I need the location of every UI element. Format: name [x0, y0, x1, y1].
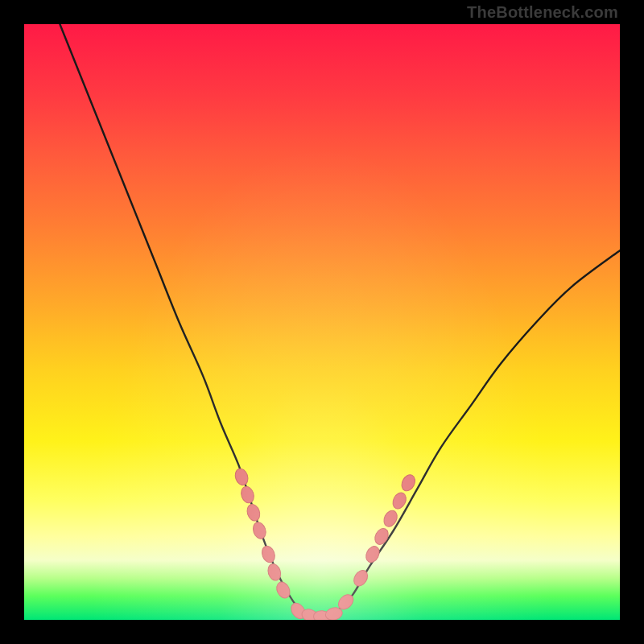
curve-marker — [245, 502, 262, 522]
curve-marker — [363, 544, 382, 564]
curve-marker — [288, 601, 308, 620]
curve-marker — [351, 568, 370, 588]
curve-marker — [390, 490, 409, 510]
curve-marker — [399, 473, 418, 493]
curve-marker — [336, 592, 356, 612]
curve-marker — [251, 521, 268, 541]
curve-marker — [233, 467, 250, 487]
curve-marker — [313, 610, 331, 620]
chart-frame: TheBottleneck.com — [0, 0, 644, 644]
curve-marker — [266, 562, 283, 582]
curve-marker-group — [233, 467, 418, 620]
bottleneck-curve-path — [60, 24, 620, 620]
curve-marker — [373, 526, 391, 547]
plot-area — [24, 24, 620, 620]
curve-marker — [300, 607, 320, 620]
watermark-label: TheBottleneck.com — [467, 3, 618, 22]
curve-marker — [324, 606, 344, 620]
curve-marker — [274, 580, 292, 600]
curve-marker — [239, 485, 256, 505]
curve-marker — [260, 544, 277, 564]
bottleneck-curve-svg — [24, 24, 620, 620]
curve-marker — [382, 508, 400, 528]
